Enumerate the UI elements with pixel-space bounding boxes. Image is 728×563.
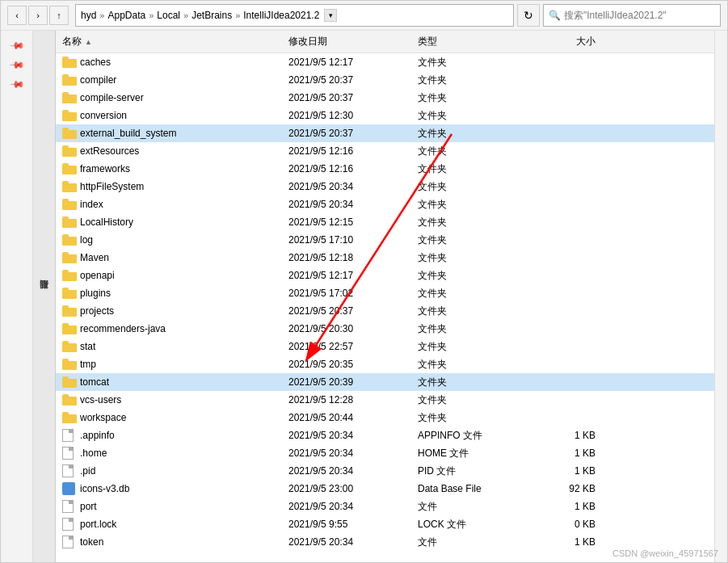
row-filename: workspace [62, 411, 288, 424]
pin-icon-3[interactable]: 📌 [5, 73, 27, 95]
file-type-icon [62, 482, 77, 495]
breadcrumb-dropdown[interactable]: ▾ [324, 9, 337, 22]
row-type: 文件夹 [418, 287, 531, 300]
search-icon: 🔍 [549, 10, 561, 21]
folder-icon [62, 145, 77, 157]
file-type-icon [62, 536, 77, 548]
row-type: 文件夹 [418, 180, 531, 194]
col-header-size[interactable]: 大小 [531, 35, 595, 48]
refresh-button[interactable]: ↻ [517, 4, 540, 27]
table-row[interactable]: extResources 2021/9/5 12:16 文件夹 [56, 142, 714, 160]
folder-icon [62, 234, 77, 246]
row-date: 2021/9/5 20:37 [288, 305, 418, 317]
table-row[interactable]: tomcat 2021/9/5 20:39 文件夹 [56, 373, 714, 391]
file-type-icon [62, 518, 77, 531]
row-date: 2021/9/5 20:39 [288, 376, 418, 388]
breadcrumb-item-intellij[interactable]: IntelliJIdea2021.2 [243, 10, 319, 21]
breadcrumb-item-appdata[interactable]: AppData [107, 10, 145, 21]
folder-icon [62, 74, 77, 86]
row-type: 文件夹 [418, 109, 531, 123]
table-row[interactable]: port 2021/9/5 20:34 文件 1 KB [56, 498, 714, 515]
folder-icon [62, 288, 77, 299]
row-type: 文件 [418, 536, 531, 549]
row-type: Data Base File [418, 483, 531, 494]
breadcrumb-item-jetbrains[interactable]: JetBrains [191, 10, 232, 21]
file-type-icon [62, 447, 77, 460]
sidebar-panel: 基础后期 [33, 31, 56, 562]
file-type-icon [62, 56, 77, 69]
table-row[interactable]: icons-v3.db 2021/9/5 23:00 Data Base Fil… [56, 480, 714, 498]
table-row[interactable]: .pid 2021/9/5 20:34 PID 文件 1 KB [56, 462, 714, 480]
breadcrumb-item-hyd[interactable]: hyd [81, 10, 96, 21]
col-header-name[interactable]: 名称 ▲ [62, 35, 288, 48]
folder-icon [62, 199, 77, 210]
table-row[interactable]: external_build_system 2021/9/5 20:37 文件夹 [56, 124, 714, 142]
back-button[interactable]: ‹ [7, 6, 27, 25]
table-row[interactable]: LocalHistory 2021/9/5 12:15 文件夹 [56, 213, 714, 231]
table-row[interactable]: .home 2021/9/5 20:34 HOME 文件 1 KB [56, 444, 714, 462]
file-type-icon [62, 358, 77, 371]
search-bar[interactable]: 🔍 [543, 4, 721, 27]
table-row[interactable]: recommenders-java 2021/9/5 20:30 文件夹 [56, 320, 714, 338]
file-type-icon [62, 74, 77, 86]
row-size: 1 KB [531, 536, 595, 548]
row-date: 2021/9/5 12:28 [288, 394, 418, 405]
table-row[interactable]: plugins 2021/9/5 17:02 文件夹 [56, 284, 714, 302]
up-button[interactable]: ↑ [49, 6, 69, 25]
table-row[interactable]: .appinfo 2021/9/5 20:34 APPINFO 文件 1 KB [56, 426, 714, 444]
row-date: 2021/9/5 12:15 [288, 216, 418, 228]
table-row[interactable]: workspace 2021/9/5 20:44 文件夹 [56, 409, 714, 426]
row-date: 2021/9/5 12:17 [288, 270, 418, 281]
table-row[interactable]: conversion 2021/9/5 12:30 文件夹 [56, 107, 714, 124]
folder-icon [62, 92, 77, 103]
row-filename: caches [62, 56, 288, 69]
file-type-icon [62, 216, 77, 229]
table-row[interactable]: compile-server 2021/9/5 20:37 文件夹 [56, 89, 714, 107]
file-type-icon [62, 91, 77, 104]
row-date: 2021/9/5 17:02 [288, 288, 418, 299]
forward-button[interactable]: › [28, 6, 48, 25]
col-header-date[interactable]: 修改日期 [288, 35, 418, 48]
table-row[interactable]: tmp 2021/9/5 20:35 文件夹 [56, 355, 714, 373]
db-icon [62, 482, 75, 495]
watermark: CSDN @weixin_45971567 [612, 548, 718, 558]
row-size: 0 KB [531, 519, 595, 530]
table-row[interactable]: frameworks 2021/9/5 12:16 文件夹 [56, 160, 714, 178]
table-row[interactable]: openapi 2021/9/5 12:17 文件夹 [56, 267, 714, 284]
folder-icon [62, 252, 77, 263]
row-date: 2021/9/5 12:18 [288, 252, 418, 263]
row-date: 2021/9/5 20:34 [288, 199, 418, 210]
table-row[interactable]: Maven 2021/9/5 12:18 文件夹 [56, 249, 714, 267]
file-type-icon [62, 145, 77, 158]
row-filename: plugins [62, 287, 288, 300]
row-size: 1 KB [531, 501, 595, 512]
row-filename: icons-v3.db [62, 482, 288, 495]
file-list-container: 名称 ▲ 修改日期 类型 大小 [56, 31, 714, 562]
breadcrumb-item-local[interactable]: Local [157, 10, 180, 21]
folder-icon [62, 376, 77, 388]
row-date: 2021/9/5 20:34 [288, 501, 418, 512]
table-row[interactable]: log 2021/9/5 17:10 文件夹 [56, 231, 714, 249]
table-row[interactable]: httpFileSystem 2021/9/5 20:34 文件夹 [56, 178, 714, 195]
table-row[interactable]: index 2021/9/5 20:34 文件夹 [56, 195, 714, 213]
file-type-icon [62, 127, 77, 140]
row-type: 文件夹 [418, 198, 531, 212]
table-row[interactable]: projects 2021/9/5 20:37 文件夹 [56, 302, 714, 320]
row-filename: compile-server [62, 91, 288, 104]
row-date: 2021/9/5 9:55 [288, 519, 418, 530]
row-type: 文件夹 [418, 358, 531, 372]
table-row[interactable]: caches 2021/9/5 12:17 文件夹 [56, 53, 714, 71]
table-row[interactable]: compiler 2021/9/5 20:37 文件夹 [56, 71, 714, 89]
row-type: 文件夹 [418, 145, 531, 158]
row-type: APPINFO 文件 [418, 429, 531, 443]
row-filename: recommenders-java [62, 322, 288, 335]
row-date: 2021/9/5 23:00 [288, 483, 418, 494]
file-icon [62, 500, 74, 513]
table-row[interactable]: vcs-users 2021/9/5 12:28 文件夹 [56, 391, 714, 409]
table-row[interactable]: stat 2021/9/5 22:57 文件夹 [56, 338, 714, 355]
table-row[interactable]: port.lock 2021/9/5 9:55 LOCK 文件 0 KB [56, 515, 714, 533]
row-date: 2021/9/5 22:57 [288, 341, 418, 352]
row-type: 文件 [418, 500, 531, 514]
search-input[interactable] [564, 10, 715, 21]
col-header-type[interactable]: 类型 [418, 35, 531, 48]
